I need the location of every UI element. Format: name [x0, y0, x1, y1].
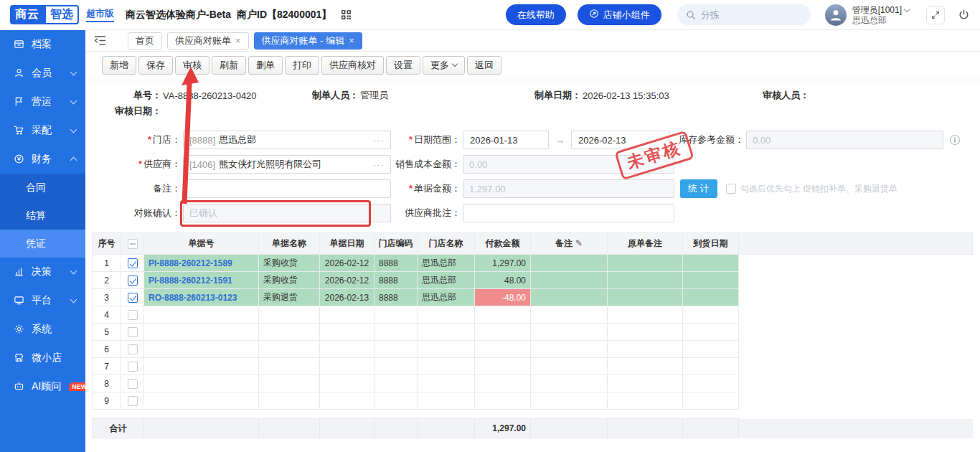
bill-no-link[interactable]: PI-8888-260212-1589: [149, 258, 232, 268]
main-content: 首页供应商对账单×供应商对账单 - 编辑× 新增保存审核刷新删单打印供应商核对设…: [85, 30, 980, 452]
row-checkbox[interactable]: [128, 276, 138, 286]
search-input[interactable]: 分拣: [677, 4, 811, 25]
column-header-9: 原单备注: [608, 233, 683, 255]
sidebar-subitem-settlement[interactable]: 结算: [0, 202, 85, 230]
back-button[interactable]: 返回: [467, 56, 501, 75]
supplier-input[interactable]: [1406] 熊女侠灯光照明有限公司 ···: [183, 155, 391, 174]
sidebar-item-micro-shop[interactable]: 微小店: [0, 344, 85, 372]
sidebar-subitem-voucher[interactable]: 凭证: [0, 230, 85, 258]
sidebar-item-ai-advisor[interactable]: AI顾问NEW: [0, 372, 85, 401]
remark-input[interactable]: [183, 179, 391, 198]
sidebar-item-archive[interactable]: 档案: [0, 30, 85, 59]
prefer-checkbox[interactable]: [726, 184, 736, 194]
row-checkbox[interactable]: [128, 379, 138, 389]
shop-widget-button[interactable]: 店铺小组件: [578, 4, 661, 25]
row-number: 8: [93, 375, 121, 392]
chevron-down-icon: [70, 296, 77, 303]
row-checkbox[interactable]: [128, 258, 138, 268]
row-checkbox[interactable]: [128, 327, 138, 337]
bill-date-cell: [320, 341, 374, 358]
sidebar-item-purchase[interactable]: 采配: [0, 116, 85, 145]
delete-bill-button[interactable]: 删单: [248, 56, 283, 75]
sidebar-item-decision[interactable]: 决策: [0, 258, 85, 286]
row-checkbox[interactable]: [128, 396, 138, 406]
sidebar-submenu: 合同结算凭证: [0, 174, 85, 258]
sidebar-item-label: 档案: [32, 38, 52, 51]
orig-remark-cell: [608, 255, 683, 272]
row-checkbox[interactable]: [128, 344, 138, 354]
settings-button[interactable]: 设置: [386, 56, 420, 75]
row-number: 9: [93, 392, 121, 410]
close-icon[interactable]: ×: [349, 36, 354, 45]
sidebar-item-label: 会员: [32, 67, 52, 80]
store-code-cell: [374, 375, 418, 392]
remark-cell: [531, 289, 608, 306]
online-help-button[interactable]: 在线帮助: [506, 4, 566, 25]
sidebar-item-platform[interactable]: 平台: [0, 286, 85, 315]
prefer-checkbox-label: 勾选后优先勾上 促销扣补单、采购退货单: [740, 183, 897, 195]
supplier-code: [1406]: [189, 159, 215, 170]
remark-edit-icon[interactable]: ✎: [575, 238, 583, 248]
bill-date-cell: [320, 324, 374, 341]
create-date-label: 制单日期：: [534, 89, 581, 102]
store-name: 思迅总部: [219, 133, 256, 146]
sidebar-item-label: 平台: [32, 294, 52, 307]
supplier-picker-button[interactable]: ···: [373, 159, 385, 170]
refresh-button[interactable]: 刷新: [212, 56, 246, 75]
supplier-note-input[interactable]: [463, 204, 674, 222]
bill-no-link[interactable]: PI-8888-260212-1591: [149, 276, 232, 286]
store-code-cell: [374, 324, 418, 341]
tab-statement-list[interactable]: 供应商对账单×: [167, 32, 249, 50]
page-layout: 档案会员营运采配财务合同结算凭证决策平台系统微小店AI顾问NEW 首页供应商对账…: [0, 30, 980, 452]
sidebar-item-finance[interactable]: 财务: [0, 145, 85, 174]
info-icon[interactable]: [948, 133, 961, 146]
column-header-1[interactable]: [121, 233, 144, 255]
date-from-input[interactable]: 2026-01-13: [463, 131, 549, 149]
power-icon[interactable]: [958, 9, 970, 21]
date-to-input[interactable]: 2026-02-13: [571, 131, 670, 149]
print-button[interactable]: 打印: [285, 56, 319, 75]
row-checkbox[interactable]: [128, 293, 138, 303]
collapse-sidebar-icon[interactable]: [93, 34, 108, 47]
tab-label: 首页: [136, 34, 154, 47]
tab-statement-edit[interactable]: 供应商对账单 - 编辑×: [254, 32, 362, 50]
column-header-2: 单据号: [144, 233, 259, 255]
row-checkbox[interactable]: [128, 310, 138, 320]
qr-code-icon[interactable]: [340, 9, 352, 21]
store-input[interactable]: [8888] 思迅总部 ···: [183, 131, 391, 149]
row-checkbox[interactable]: [128, 362, 138, 372]
date-range-input: 2026-01-13 → 2026-02-13: [463, 131, 674, 149]
bill-no-link[interactable]: RO-8888-260213-0123: [149, 293, 237, 303]
new-badge: NEW: [69, 382, 85, 391]
sidebar-item-operation[interactable]: 营运: [0, 88, 85, 116]
sidebar-subitem-contract[interactable]: 合同: [0, 174, 85, 202]
form-row-supplier: *供应商： [1406] 熊女侠灯光照明有限公司 ··· 销售成本金额： 0.0…: [85, 152, 980, 176]
save-button[interactable]: 保存: [138, 56, 173, 75]
audit-button[interactable]: 审核: [175, 56, 209, 75]
column-header-label: 单据名称: [272, 238, 306, 248]
user-menu[interactable]: 管理员[1001] 思迅总部: [825, 4, 909, 26]
select-all-checkbox[interactable]: [128, 239, 138, 249]
grid-footer: 合计 1,297.00: [92, 418, 980, 438]
sidebar-item-label: 系统: [32, 323, 52, 336]
doc-info-row-2: 审核日期：: [104, 103, 980, 119]
table-row: 3RO-8888-260213-0123采购退货2026-02-138888思迅…: [93, 289, 973, 306]
supplier-note-label: 供应商批注：: [391, 207, 461, 220]
supplier-check-button[interactable]: 供应商核对: [321, 56, 384, 75]
bill-name-cell: [259, 375, 320, 392]
more-button[interactable]: 更多: [423, 56, 465, 75]
statistics-button[interactable]: 统 计: [680, 179, 717, 198]
sidebar-item-member[interactable]: 会员: [0, 59, 85, 88]
fullscreen-icon[interactable]: [926, 6, 945, 24]
add-button[interactable]: 新增: [102, 56, 136, 75]
bill-no-cell: PI-8888-260212-1589: [144, 255, 259, 272]
required-mark: *: [409, 134, 413, 145]
tab-home[interactable]: 首页: [128, 32, 162, 50]
store-picker-button[interactable]: ···: [373, 135, 385, 146]
close-icon[interactable]: ×: [235, 36, 241, 45]
system-icon: [14, 324, 25, 335]
amount-cell: [475, 306, 531, 324]
stock-ref-label: 库存参考金额：: [674, 133, 744, 146]
sidebar-item-system[interactable]: 系统: [0, 315, 85, 344]
bill-date-cell: 2026-02-12: [320, 255, 374, 272]
